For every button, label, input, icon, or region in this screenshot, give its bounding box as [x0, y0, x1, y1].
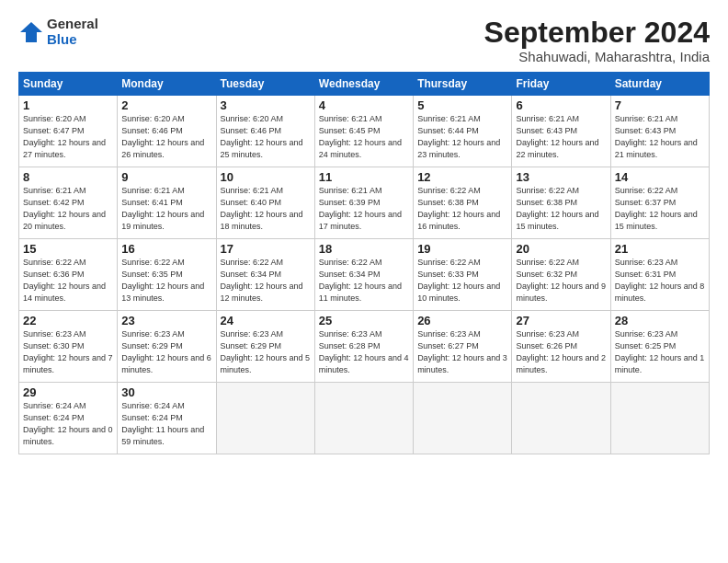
day-number: 12 — [417, 170, 507, 184]
calendar-day-18: 18Sunrise: 6:22 AMSunset: 6:34 PMDayligh… — [314, 239, 413, 311]
calendar-day-15: 15Sunrise: 6:22 AMSunset: 6:36 PMDayligh… — [19, 239, 118, 311]
day-number: 19 — [417, 242, 507, 256]
day-number: 9 — [121, 170, 211, 184]
day-number: 25 — [319, 314, 409, 327]
logo: General Blue — [18, 17, 98, 47]
calendar-day-9: 9Sunrise: 6:21 AMSunset: 6:41 PMDaylight… — [118, 167, 216, 239]
calendar-empty — [314, 383, 413, 454]
day-number: 11 — [319, 170, 409, 184]
calendar-week-row-2: 8Sunrise: 6:21 AMSunset: 6:42 PMDaylight… — [19, 167, 710, 239]
calendar-day-7: 7Sunrise: 6:21 AMSunset: 6:43 PMDaylight… — [610, 96, 709, 167]
col-monday: Monday — [118, 73, 216, 96]
day-number: 16 — [121, 242, 211, 256]
day-info: Sunrise: 6:21 AMSunset: 6:43 PMDaylight:… — [615, 114, 698, 159]
day-info: Sunrise: 6:20 AMSunset: 6:47 PMDaylight:… — [23, 114, 106, 159]
calendar-week-row-3: 15Sunrise: 6:22 AMSunset: 6:36 PMDayligh… — [19, 239, 710, 311]
calendar-day-1: 1Sunrise: 6:20 AMSunset: 6:47 PMDaylight… — [19, 96, 118, 167]
col-saturday: Saturday — [610, 73, 709, 96]
day-info: Sunrise: 6:22 AMSunset: 6:34 PMDaylight:… — [221, 258, 303, 303]
day-info: Sunrise: 6:24 AMSunset: 6:24 PMDaylight:… — [23, 401, 113, 446]
day-number: 14 — [615, 170, 705, 184]
day-number: 2 — [121, 98, 211, 112]
col-tuesday: Tuesday — [216, 73, 314, 96]
day-info: Sunrise: 6:21 AMSunset: 6:39 PMDaylight:… — [319, 186, 402, 231]
svg-marker-0 — [20, 22, 42, 42]
calendar-day-17: 17Sunrise: 6:22 AMSunset: 6:34 PMDayligh… — [216, 239, 314, 311]
day-number: 7 — [615, 98, 705, 112]
day-number: 10 — [221, 170, 311, 184]
logo-blue: Blue — [47, 32, 98, 48]
day-number: 15 — [23, 242, 113, 256]
calendar-day-26: 26Sunrise: 6:23 AMSunset: 6:27 PMDayligh… — [414, 311, 512, 383]
col-wednesday: Wednesday — [314, 73, 413, 96]
logo-icon — [18, 19, 44, 45]
calendar-week-row-4: 22Sunrise: 6:23 AMSunset: 6:30 PMDayligh… — [19, 311, 710, 383]
day-number: 3 — [221, 98, 311, 112]
header: General Blue September 2024 Shahuwadi, M… — [18, 17, 710, 64]
calendar-day-21: 21Sunrise: 6:23 AMSunset: 6:31 PMDayligh… — [610, 239, 709, 311]
day-number: 13 — [516, 170, 606, 184]
day-info: Sunrise: 6:23 AMSunset: 6:27 PMDaylight:… — [417, 329, 507, 374]
col-thursday: Thursday — [414, 73, 512, 96]
day-info: Sunrise: 6:22 AMSunset: 6:38 PMDaylight:… — [417, 186, 500, 231]
day-number: 30 — [121, 385, 211, 399]
calendar-day-5: 5Sunrise: 6:21 AMSunset: 6:44 PMDaylight… — [414, 96, 512, 167]
logo-general: General — [47, 17, 98, 32]
day-info: Sunrise: 6:21 AMSunset: 6:42 PMDaylight:… — [23, 186, 106, 231]
day-info: Sunrise: 6:20 AMSunset: 6:46 PMDaylight:… — [121, 114, 204, 159]
logo-text: General Blue — [47, 17, 98, 47]
day-info: Sunrise: 6:22 AMSunset: 6:32 PMDaylight:… — [516, 258, 606, 303]
calendar-day-29: 29Sunrise: 6:24 AMSunset: 6:24 PMDayligh… — [19, 383, 118, 454]
calendar-empty — [512, 383, 610, 454]
day-info: Sunrise: 6:22 AMSunset: 6:33 PMDaylight:… — [417, 258, 500, 303]
calendar-day-27: 27Sunrise: 6:23 AMSunset: 6:26 PMDayligh… — [512, 311, 610, 383]
calendar-day-16: 16Sunrise: 6:22 AMSunset: 6:35 PMDayligh… — [118, 239, 216, 311]
calendar-day-6: 6Sunrise: 6:21 AMSunset: 6:43 PMDaylight… — [512, 96, 610, 167]
month-title: September 2024 — [484, 17, 710, 49]
day-number: 23 — [121, 314, 211, 327]
day-number: 28 — [615, 314, 705, 327]
subtitle: Shahuwadi, Maharashtra, India — [484, 49, 710, 64]
day-info: Sunrise: 6:20 AMSunset: 6:46 PMDaylight:… — [221, 114, 303, 159]
calendar-week-row-1: 1Sunrise: 6:20 AMSunset: 6:47 PMDaylight… — [19, 96, 710, 167]
day-number: 18 — [319, 242, 409, 256]
day-info: Sunrise: 6:21 AMSunset: 6:41 PMDaylight:… — [121, 186, 204, 231]
calendar-header-row: Sunday Monday Tuesday Wednesday Thursday… — [19, 73, 710, 96]
calendar-day-23: 23Sunrise: 6:23 AMSunset: 6:29 PMDayligh… — [118, 311, 216, 383]
day-info: Sunrise: 6:23 AMSunset: 6:25 PMDaylight:… — [615, 329, 705, 374]
calendar-day-4: 4Sunrise: 6:21 AMSunset: 6:45 PMDaylight… — [314, 96, 413, 167]
calendar-day-12: 12Sunrise: 6:22 AMSunset: 6:38 PMDayligh… — [414, 167, 512, 239]
title-block: September 2024 Shahuwadi, Maharashtra, I… — [484, 17, 710, 64]
day-info: Sunrise: 6:22 AMSunset: 6:36 PMDaylight:… — [23, 258, 106, 303]
day-info: Sunrise: 6:23 AMSunset: 6:30 PMDaylight:… — [23, 329, 113, 374]
day-number: 20 — [516, 242, 606, 256]
calendar-table: Sunday Monday Tuesday Wednesday Thursday… — [18, 72, 710, 454]
day-info: Sunrise: 6:22 AMSunset: 6:38 PMDaylight:… — [516, 186, 598, 231]
day-number: 1 — [23, 98, 113, 112]
calendar-day-11: 11Sunrise: 6:21 AMSunset: 6:39 PMDayligh… — [314, 167, 413, 239]
day-info: Sunrise: 6:21 AMSunset: 6:44 PMDaylight:… — [417, 114, 500, 159]
calendar-day-24: 24Sunrise: 6:23 AMSunset: 6:29 PMDayligh… — [216, 311, 314, 383]
col-sunday: Sunday — [19, 73, 118, 96]
day-info: Sunrise: 6:23 AMSunset: 6:26 PMDaylight:… — [516, 329, 606, 374]
calendar-empty — [216, 383, 314, 454]
calendar-day-30: 30Sunrise: 6:24 AMSunset: 6:24 PMDayligh… — [118, 383, 216, 454]
day-number: 21 — [615, 242, 705, 256]
calendar-empty — [414, 383, 512, 454]
day-info: Sunrise: 6:24 AMSunset: 6:24 PMDaylight:… — [121, 401, 204, 446]
day-info: Sunrise: 6:22 AMSunset: 6:37 PMDaylight:… — [615, 186, 698, 231]
day-number: 6 — [516, 98, 606, 112]
day-info: Sunrise: 6:21 AMSunset: 6:45 PMDaylight:… — [319, 114, 402, 159]
col-friday: Friday — [512, 73, 610, 96]
calendar-empty — [610, 383, 709, 454]
day-info: Sunrise: 6:21 AMSunset: 6:40 PMDaylight:… — [221, 186, 303, 231]
day-number: 22 — [23, 314, 113, 327]
calendar-day-28: 28Sunrise: 6:23 AMSunset: 6:25 PMDayligh… — [610, 311, 709, 383]
calendar-day-8: 8Sunrise: 6:21 AMSunset: 6:42 PMDaylight… — [19, 167, 118, 239]
calendar-day-3: 3Sunrise: 6:20 AMSunset: 6:46 PMDaylight… — [216, 96, 314, 167]
day-number: 4 — [319, 98, 409, 112]
day-number: 5 — [417, 98, 507, 112]
day-info: Sunrise: 6:23 AMSunset: 6:28 PMDaylight:… — [319, 329, 409, 374]
calendar-day-14: 14Sunrise: 6:22 AMSunset: 6:37 PMDayligh… — [610, 167, 709, 239]
calendar-day-13: 13Sunrise: 6:22 AMSunset: 6:38 PMDayligh… — [512, 167, 610, 239]
